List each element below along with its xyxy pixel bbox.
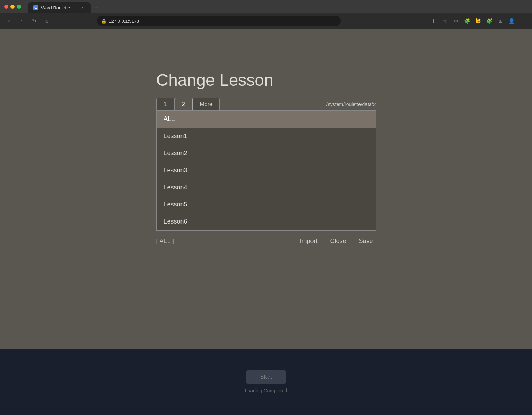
dialog-footer: [ ALL ] Import Close Save	[156, 235, 376, 248]
minimize-traffic-light[interactable]	[10, 5, 15, 9]
new-tab-button[interactable]: +	[92, 3, 102, 13]
browser-tab[interactable]: W Word Roulette ×	[28, 2, 91, 13]
tab-title: Word Roulette	[41, 5, 70, 10]
title-bar: W Word Roulette × +	[0, 0, 532, 13]
current-selection: [ ALL ]	[156, 237, 174, 245]
more-options-icon[interactable]: ⋯	[518, 16, 528, 26]
maximize-traffic-light[interactable]	[17, 5, 21, 9]
dialog-title: Change Lesson	[156, 70, 376, 90]
start-button[interactable]: Start	[246, 370, 286, 384]
profile-icon[interactable]: 👤	[507, 16, 517, 26]
list-item[interactable]: ALL	[157, 111, 376, 128]
close-button[interactable]: Close	[327, 236, 349, 246]
mail-icon[interactable]: ✉	[451, 16, 461, 26]
reload-button[interactable]: ↻	[29, 16, 39, 26]
nav-bar: ‹ › ↻ ⌂ 🔒 127.0.0.1:5173 ⬆ ☆ ✉ 🧩 🐱 🧩 ⊞ 👤…	[0, 13, 532, 29]
back-button[interactable]: ‹	[4, 16, 14, 26]
bookmark-icon[interactable]: ☆	[440, 16, 450, 26]
import-button[interactable]: Import	[297, 236, 320, 246]
list-item[interactable]: Lesson1	[157, 128, 376, 145]
tab-path: /system/roulette/data/2	[321, 101, 376, 107]
tabs-row: 1 2 More /system/roulette/data/2	[156, 98, 376, 110]
main-content: Change Lesson 1 2 More /system/roulette/…	[0, 29, 532, 349]
list-item[interactable]: Lesson6	[157, 213, 376, 230]
split-view-icon[interactable]: ⊞	[496, 16, 506, 26]
tab-bar: W Word Roulette × +	[24, 0, 528, 13]
footer-actions: Import Close Save	[297, 236, 376, 246]
ext1-icon[interactable]: 🧩	[462, 16, 472, 26]
extensions-icon[interactable]: 🧩	[485, 16, 494, 26]
list-item[interactable]: Lesson2	[157, 145, 376, 162]
list-item[interactable]: Lesson4	[157, 179, 376, 196]
lesson-list: ALL Lesson1 Lesson2 Lesson3 Lesson4 Less…	[156, 110, 376, 231]
tab-1[interactable]: 1	[156, 98, 175, 110]
ext2-icon[interactable]: 🐱	[473, 16, 483, 26]
lock-icon: 🔒	[101, 18, 107, 24]
bottom-area: Start Loading Completed	[0, 349, 532, 415]
lesson-tabs: 1 2 More	[156, 98, 220, 110]
home-button[interactable]: ⌂	[42, 16, 52, 26]
share-icon[interactable]: ⬆	[429, 16, 439, 26]
tab-more[interactable]: More	[193, 98, 220, 110]
list-item[interactable]: Lesson5	[157, 196, 376, 213]
list-item[interactable]: Lesson3	[157, 162, 376, 179]
save-button[interactable]: Save	[356, 236, 376, 246]
forward-button[interactable]: ›	[17, 16, 26, 26]
nav-actions: ⬆ ☆ ✉ 🧩 🐱 🧩 ⊞ 👤 ⋯	[429, 16, 528, 26]
dialog: Change Lesson 1 2 More /system/roulette/…	[156, 70, 376, 248]
loading-text: Loading Completed	[245, 388, 287, 393]
url-text: 127.0.0.1:5173	[109, 18, 139, 24]
tab-close-button[interactable]: ×	[79, 5, 85, 10]
address-bar[interactable]: 🔒 127.0.0.1:5173	[97, 16, 341, 26]
close-traffic-light[interactable]	[4, 5, 8, 9]
browser-chrome: W Word Roulette × + ‹ › ↻ ⌂ 🔒 127.0.0.1:…	[0, 0, 532, 29]
tab-favicon: W	[33, 5, 38, 10]
tab-2[interactable]: 2	[175, 98, 193, 110]
traffic-lights	[4, 5, 21, 9]
